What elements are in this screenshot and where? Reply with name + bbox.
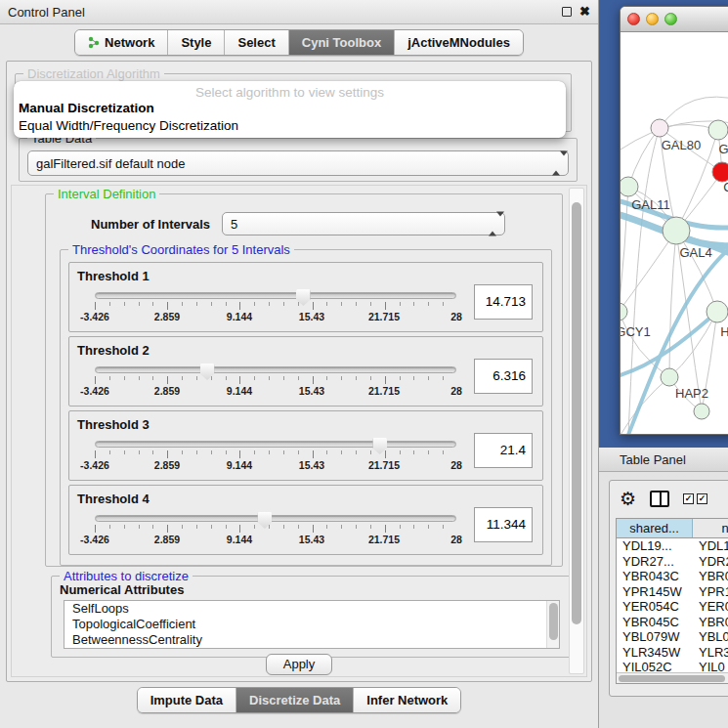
list-item[interactable]: TopologicalCoefficient (64, 617, 559, 632)
threshold-label: Threshold 4 (77, 492, 150, 506)
table-panel-titlebar: Table Panel (599, 448, 728, 472)
tab-label: Cyni Toolbox (302, 35, 381, 50)
column-header-name[interactable]: na (693, 519, 728, 537)
tab-style[interactable]: Style (168, 30, 225, 55)
slider-tick-labels: -3.426 2.859 9.144 15.43 21.715 28 (95, 459, 456, 472)
slider-track[interactable] (95, 292, 456, 299)
tab-impute-data[interactable]: Impute Data (138, 688, 236, 712)
node-label: HAP2 (675, 386, 708, 401)
close-icon[interactable]: ✖ (579, 7, 590, 17)
slider-ticks (95, 376, 456, 384)
threshold-1-value-field[interactable]: 14.713 (474, 284, 533, 320)
table-row[interactable]: YBR045CYBR0 (617, 615, 728, 630)
float-window-icon[interactable] (562, 7, 572, 17)
tab-label: Style (181, 35, 211, 50)
network-node[interactable] (651, 119, 668, 137)
thresholds-group: Threshold's Coordinates for 5 Intervals … (60, 249, 552, 566)
node-label: GA (719, 142, 728, 156)
tab-select[interactable]: Select (225, 30, 288, 55)
settings-vertical-scrollbar[interactable] (569, 188, 584, 674)
checkbox-icon[interactable]: ✓ (697, 493, 707, 504)
column-header-shared-name[interactable]: shared... (617, 519, 693, 537)
popup-placeholder-text: Select algorithm to view settings (14, 81, 566, 100)
network-node[interactable] (621, 303, 627, 321)
cyni-toolbox-panel: Discretization Algorithm Select algorith… (6, 61, 592, 682)
table-row[interactable]: YDR27...YDR2 (617, 554, 728, 570)
popup-option-manual-discretization[interactable]: Manual Discretization (14, 100, 566, 117)
spinner-arrows-icon (489, 217, 497, 232)
tab-discretize-data[interactable]: Discretize Data (236, 688, 354, 712)
group-title: Threshold's Coordinates for 5 Intervals (68, 242, 294, 257)
slider-track[interactable] (95, 441, 456, 448)
tab-cyni-toolbox[interactable]: Cyni Toolbox (289, 30, 395, 55)
table-header-row: shared... na (617, 519, 728, 538)
threshold-4-box: Threshold 4 -3.426 2.859 (68, 485, 543, 555)
node-label: C (723, 180, 728, 194)
threshold-1-slider[interactable]: -3.426 2.859 9.144 15.43 21.715 28 (95, 292, 456, 331)
table-horizontal-scrollbar[interactable] (617, 672, 728, 683)
table-row[interactable]: YBR043CYBR0 (617, 569, 728, 584)
tab-label: Impute Data (150, 693, 223, 707)
network-node[interactable] (707, 301, 728, 322)
list-item[interactable]: BetweennessCentrality (64, 632, 559, 648)
table-panel-body: ⚙ ✓ ✓ shared... na YDL19...YDL1 (609, 480, 728, 697)
threshold-label: Threshold 2 (77, 343, 150, 358)
threshold-2-slider[interactable]: -3.426 2.859 9.144 15.43 21.715 28 (95, 366, 456, 406)
spinner-arrows-icon (552, 156, 561, 171)
network-icon (88, 36, 100, 49)
tab-label: Select (237, 35, 275, 50)
threshold-2-value-field[interactable]: 6.316 (474, 359, 533, 394)
threshold-4-slider[interactable]: -3.426 2.859 9.144 15.43 21.715 28 (95, 515, 456, 554)
table-row[interactable]: YPR145WYPR1 (617, 584, 728, 600)
list-scrollbar[interactable] (546, 601, 559, 648)
number-of-intervals-combobox[interactable]: 5 (222, 212, 505, 236)
threshold-3-slider[interactable]: -3.426 2.859 9.144 15.43 21.715 28 (95, 441, 456, 480)
apply-button[interactable]: Apply (266, 654, 332, 675)
gear-icon[interactable]: ⚙ (620, 489, 636, 508)
network-node[interactable] (708, 120, 728, 140)
table-row[interactable]: YER054CYER0 (617, 599, 728, 615)
slider-track[interactable] (95, 515, 456, 522)
node-attribute-table[interactable]: shared... na YDL19...YDL1 YDR27...YDR2 Y… (616, 518, 728, 684)
network-node[interactable] (663, 217, 690, 244)
list-item[interactable]: SelfLoops (64, 601, 559, 617)
table-row[interactable]: YBL079WYBL0 (617, 629, 728, 645)
table-row[interactable]: YDL19...YDL1 (617, 538, 728, 554)
slider-tick-labels: -3.426 2.859 9.144 15.43 21.715 28 (95, 385, 456, 398)
popup-option-equal-width-frequency[interactable]: Equal Width/Frequency Discretization (14, 117, 566, 135)
network-node[interactable] (694, 404, 709, 419)
threshold-label: Threshold 3 (77, 417, 150, 432)
checkbox-icon[interactable]: ✓ (683, 493, 694, 504)
network-node[interactable] (661, 368, 678, 386)
slider-track[interactable] (95, 366, 456, 373)
attributes-group: Attributes to discretize Numerical Attri… (51, 576, 578, 658)
tab-jactivemnodules[interactable]: jActiveMNodules (395, 30, 523, 55)
minimize-traffic-light-icon[interactable] (646, 13, 659, 25)
panel-title: Control Panel (8, 5, 85, 20)
threshold-3-box: Threshold 3 -3.426 2.859 (68, 410, 543, 481)
threshold-1-box: Threshold 1 -3.426 2.859 (68, 262, 543, 332)
column-layout-icon[interactable] (650, 491, 669, 507)
table-data-combobox[interactable]: galFiltered.sif default node (27, 150, 569, 176)
scrollbar-thumb[interactable] (572, 202, 581, 624)
close-traffic-light-icon[interactable] (627, 13, 640, 25)
algorithm-dropdown-popup: Select algorithm to view settings Manual… (14, 81, 566, 138)
bottom-tab-bar: Impute Data Discretize Data Infer Networ… (0, 687, 598, 713)
tab-infer-network[interactable]: Infer Network (354, 688, 460, 712)
network-node[interactable] (621, 177, 638, 196)
control-panel: Control Panel ✖ Network (0, 0, 598, 728)
numerical-attributes-list[interactable]: SelfLoops TopologicalCoefficient Between… (64, 600, 560, 649)
table-panel-title: Table Panel (620, 452, 686, 467)
network-canvas[interactable]: GAL80GAGAL11CGAL4GCY1HHAP2 (621, 32, 728, 434)
network-view-window: GAL80GAGAL11CGAL4GCY1HHAP2 (620, 6, 728, 435)
checkbox-icons[interactable]: ✓ ✓ (683, 493, 707, 504)
network-node[interactable] (712, 162, 728, 182)
threshold-4-value-field[interactable]: 11.344 (474, 507, 533, 542)
network-window-titlebar[interactable] (621, 7, 728, 32)
table-row[interactable]: YLR345WYLR3 (617, 645, 728, 661)
threshold-3-value-field[interactable]: 21.4 (474, 433, 533, 468)
zoom-traffic-light-icon[interactable] (664, 13, 677, 25)
tab-network[interactable]: Network (75, 30, 168, 55)
settings-scroll-area: Interval Definition Number of Intervals … (11, 185, 587, 677)
scrollbar-thumb[interactable] (619, 675, 725, 682)
